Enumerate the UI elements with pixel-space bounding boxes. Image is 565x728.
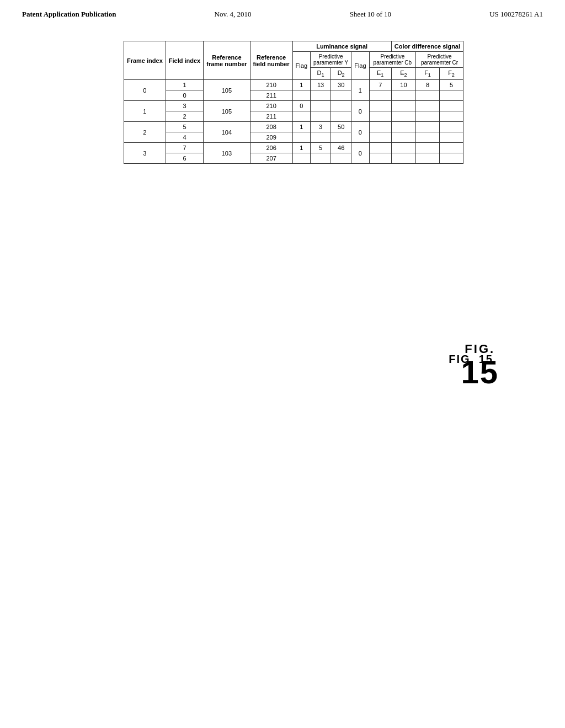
lum-flag-empty-a [292,90,310,101]
e2-empty-f [391,143,415,153]
d1-5: 5 [311,143,331,153]
main-content: Frame index Field index Reference frame … [0,24,565,180]
f1-header: F1 [416,68,440,80]
ref-field-210: 210 [250,80,292,90]
e1-empty-d [369,122,391,132]
figure-label-main: FIG. 15 [461,342,499,388]
field-index-6: 6 [166,153,203,164]
luminance-header: Luminance signal [292,41,391,52]
field-index-3: 3 [166,101,203,111]
publication-label: Patent Application Publication [22,10,116,19]
d1-header: D1 [311,68,331,80]
color-cb-flag-header: Flag [351,52,369,80]
e2-10: 10 [391,80,415,90]
f1-empty-a [416,90,440,101]
frame-index-header: Frame index [124,41,166,80]
e2-empty-d [391,122,415,132]
table-row: 3 7 103 206 1 5 46 0 [124,143,463,153]
f2-empty-g [440,153,463,164]
d1-empty-c [311,111,331,122]
sheet-label: Sheet 10 of 10 [350,10,391,19]
e1-empty-b [369,101,391,111]
d2-header: D2 [331,68,351,80]
ref-frame-105-b: 105 [204,101,250,122]
lum-flag-1-c: 1 [292,143,310,153]
f1-8: 8 [416,80,440,90]
e1-empty-g [369,153,391,164]
f1-empty-c [416,111,440,122]
table-row: 2 211 [124,111,463,122]
ref-field-206: 206 [250,143,292,153]
page-header: Patent Application Publication Nov. 4, 2… [0,0,565,24]
d2-empty-e [331,132,351,143]
d2-empty-a [331,90,351,101]
d2-46: 46 [331,143,351,153]
d1-empty-e [311,132,331,143]
field-index-5: 5 [166,122,203,132]
ref-field-211: 211 [250,90,292,101]
e1-empty-e [369,132,391,143]
d1-empty-f [311,153,331,164]
ref-frame-105-a: 105 [204,80,250,101]
table-row: 2 5 104 208 1 3 50 0 [124,122,463,132]
field-index-4: 4 [166,132,203,143]
d1-3: 3 [311,122,331,132]
patent-number: US 100278261 A1 [489,10,543,19]
lum-flag-empty-c [292,132,310,143]
d1-13: 13 [311,80,331,90]
ref-field-208: 208 [250,122,292,132]
lum-flag-header: Flag [292,52,310,80]
d2-30: 30 [331,80,351,90]
e1-empty-a [369,90,391,101]
lum-pred-header: Predictive paramemter Y [311,52,351,68]
ref-frame-header: Reference frame number [204,41,250,80]
table-row: 4 209 [124,132,463,143]
table-row: 0 1 105 210 1 13 30 1 7 10 8 5 [124,80,463,90]
e1-7: 7 [369,80,391,90]
date-label: Nov. 4, 2010 [215,10,252,19]
e2-empty-c [391,111,415,122]
f1-empty-b [416,101,440,111]
f2-header: F2 [440,68,463,80]
ref-field-210-b: 210 [250,101,292,111]
table-row: 1 3 105 210 0 0 [124,101,463,111]
ref-frame-104: 104 [204,122,250,143]
frame-index-3: 3 [124,143,166,164]
lum-flag-empty-b [292,111,310,122]
cb-pred-header: Predictive paramemter Cb [369,52,415,68]
field-index-header: Field index [166,41,203,80]
d2-empty-b [331,101,351,111]
e2-empty-g [391,153,415,164]
ref-field-209: 209 [250,132,292,143]
d2-50: 50 [331,122,351,132]
cb-flag-1: 1 [351,80,369,101]
cb-flag-0-a: 0 [351,101,369,122]
field-index-7: 7 [166,143,203,153]
d1-empty-a [311,90,331,101]
e1-empty-f [369,143,391,153]
e1-empty-c [369,111,391,122]
f1-empty-g [416,153,440,164]
f2-empty-a [440,90,463,101]
d2-empty-f [331,153,351,164]
f2-empty-f [440,143,463,153]
frame-index-0: 0 [124,80,166,101]
frame-index-2: 2 [124,122,166,143]
lum-flag-empty-d [292,153,310,164]
table-row: 6 207 [124,153,463,164]
lum-flag-0-a: 0 [292,101,310,111]
cb-flag-0-b: 0 [351,122,369,143]
f1-empty-d [416,122,440,132]
e2-empty-b [391,101,415,111]
data-table-container: Frame index Field index Reference frame … [124,41,463,164]
f2-empty-c [440,111,463,122]
f1-empty-e [416,132,440,143]
lum-flag-1-b: 1 [292,122,310,132]
d1-empty-b [311,101,331,111]
frame-index-1: 1 [124,101,166,122]
ref-frame-103: 103 [204,143,250,164]
cr-pred-header: Predictive paramemter Cr [416,52,463,68]
fig-number: 15 [461,356,499,388]
e2-header: E2 [391,68,415,80]
f2-empty-d [440,122,463,132]
